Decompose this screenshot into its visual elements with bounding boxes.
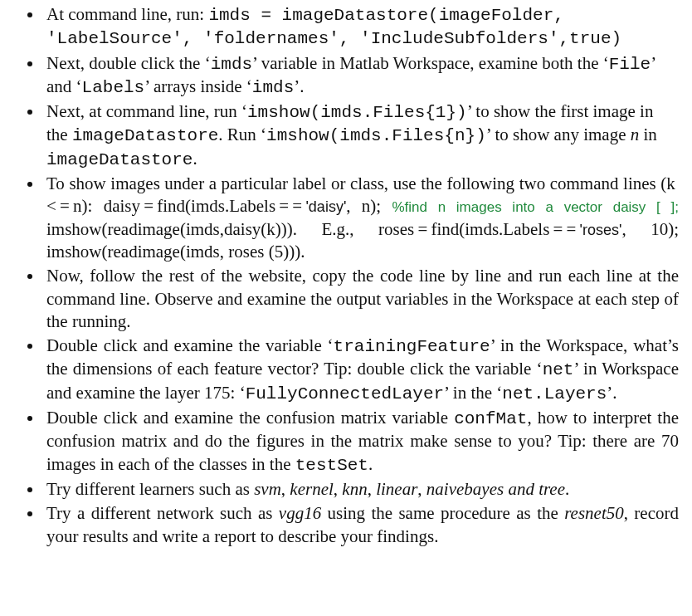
text: using the same procedure as the <box>321 503 564 523</box>
text: , n); <box>346 196 392 216</box>
code-span: imds <box>211 55 252 74</box>
code-span: File <box>609 55 651 74</box>
text: . <box>565 479 569 499</box>
text: Now, follow the rest of the website, cop… <box>46 266 679 331</box>
string-literal: 'daisy' <box>305 198 346 215</box>
italic: knn <box>342 479 367 499</box>
text: , <box>368 479 377 499</box>
code-span: Labels <box>82 78 145 97</box>
text: , <box>334 479 343 499</box>
list-item: To show images under a particular label … <box>43 173 679 263</box>
text: . Run ‘ <box>218 125 266 144</box>
italic: n <box>631 125 640 144</box>
text: ’. <box>607 383 616 403</box>
italic: kernel <box>290 479 333 499</box>
text: ’ to show any image <box>486 125 631 144</box>
code-span: trainingFeature <box>334 337 490 356</box>
italic: linear <box>376 479 417 499</box>
code-span: imds <box>252 78 294 97</box>
code-span: net <box>543 360 574 379</box>
code-span: imshow(imds.Files{1}) <box>247 103 467 122</box>
text: Double click and examine the variable ‘ <box>46 335 334 355</box>
code-span: FullyConnectedLayer <box>246 384 444 403</box>
text: ’ variable in Matlab Workspace, examine … <box>252 53 609 73</box>
list-item: Next, at command line, run ‘imshow(imds.… <box>43 100 679 171</box>
code-span: testSet <box>295 456 368 475</box>
list-item: At command line, run: imds = imageDatast… <box>43 3 679 51</box>
code-comment: %find n images into a vector daisy [ ]; <box>392 199 679 215</box>
text: At command line, run: <box>46 4 208 24</box>
text: , <box>417 479 426 499</box>
list-item: Double click and examine the confusion m… <box>43 407 679 477</box>
code-span: net.Layers <box>502 384 607 403</box>
italic: naivebayes and tree <box>426 479 565 499</box>
code-span: imageDatastore <box>46 150 192 169</box>
text: . <box>368 454 373 474</box>
text: ’. <box>294 76 304 96</box>
text: . <box>192 149 197 169</box>
code-span: imshow(imds.Files{n}) <box>266 126 486 145</box>
text: in <box>639 125 657 144</box>
italic: vgg16 <box>279 503 321 523</box>
list-item: Double click and examine the variable ‘t… <box>43 335 679 405</box>
text: ’ in the ‘ <box>444 383 502 403</box>
text: Try a different network such as <box>46 503 279 523</box>
list-item: Try different learners such as svm, kern… <box>43 478 679 501</box>
code-span: confMat <box>454 409 527 428</box>
list-item: Try a different network such as vgg16 us… <box>43 502 679 548</box>
text: ’ arrays inside ‘ <box>144 76 252 96</box>
text: imshow(readimage(imds,daisy(k))). E.g., … <box>46 219 580 239</box>
text: Next, double click the ‘ <box>46 53 211 73</box>
list-item: Next, double click the ‘imds’ variable i… <box>43 52 679 100</box>
string-literal: 'roses' <box>580 222 622 238</box>
instruction-list: At command line, run: imds = imageDatast… <box>7 3 679 548</box>
list-item: Now, follow the rest of the website, cop… <box>43 265 679 333</box>
text: Double click and examine the confusion m… <box>46 408 454 428</box>
text: Try different learners such as <box>46 479 254 499</box>
text: , <box>281 479 290 499</box>
italic: svm <box>254 479 281 499</box>
code-span: imageDatastore <box>72 126 218 145</box>
italic: resnet50 <box>564 503 624 523</box>
text: Next, at command line, run ‘ <box>46 101 247 121</box>
